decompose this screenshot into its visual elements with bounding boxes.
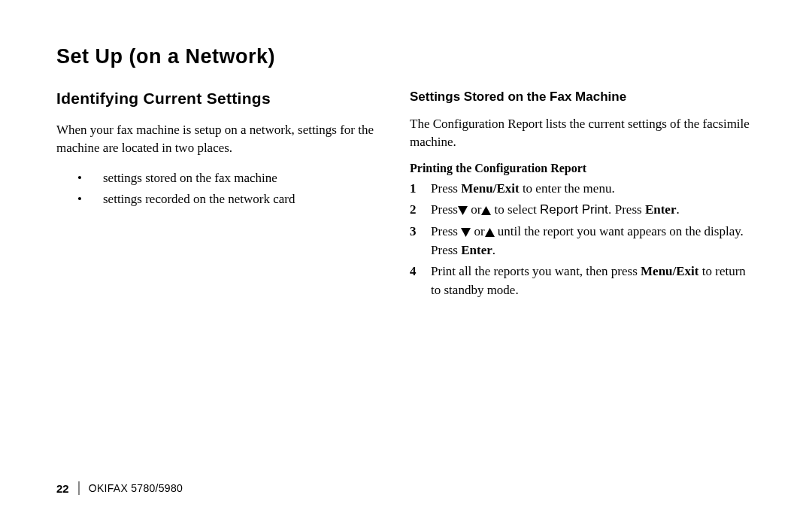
step-text: Press Menu/Exit to enter the menu. [431,180,756,199]
bullet-icon: • [56,189,103,211]
footer-divider [78,481,80,495]
step-item: 2 Press or to select Report Print. Press… [410,201,756,220]
step-text: Press or to select Report Print. Press E… [431,201,756,220]
svg-marker-0 [458,206,468,215]
up-arrow-icon [481,206,491,215]
config-report-description: The Configuration Report lists the curre… [410,115,756,151]
step-item: 1 Press Menu/Exit to enter the menu. [410,180,756,199]
section-heading-identifying: Identifying Current Settings [56,90,398,108]
list-item-text: settings stored on the fax machine [103,168,277,190]
settings-locations-list: • settings stored on the fax machine • s… [56,168,398,211]
svg-marker-3 [485,228,495,237]
list-item: • settings stored on the fax machine [56,168,398,190]
step-text: Print all the reports you want, then pre… [431,262,756,299]
step-text: Press or until the report you want appea… [431,223,756,259]
page-title: Set Up (on a Network) [56,45,756,68]
down-arrow-icon [458,206,468,215]
intro-paragraph: When your fax machine is setup on a netw… [56,121,398,157]
footer-model: OKIFAX 5780/5980 [89,482,183,494]
step-item: 3 Press or until the report you want app… [410,223,756,259]
page-footer: 22 OKIFAX 5780/5980 [56,481,183,495]
step-item: 4 Print all the reports you want, then p… [410,262,756,299]
step-number: 1 [410,180,431,199]
content-columns: Identifying Current Settings When your f… [56,90,756,302]
step-number: 3 [410,223,431,259]
list-item-text: settings recorded on the network card [103,189,295,211]
svg-marker-1 [481,206,491,215]
section-heading-settings-stored: Settings Stored on the Fax Machine [410,90,756,105]
list-item: • settings recorded on the network card [56,189,398,211]
down-arrow-icon [461,228,471,237]
svg-marker-2 [461,228,471,237]
bullet-icon: • [56,168,103,190]
page-number: 22 [56,482,69,495]
up-arrow-icon [485,228,495,237]
subsection-heading-printing: Printing the Configuration Report [410,162,756,175]
step-number: 2 [410,201,431,220]
right-column: Settings Stored on the Fax Machine The C… [410,90,756,302]
printing-steps-list: 1 Press Menu/Exit to enter the menu. 2 P… [410,180,756,300]
left-column: Identifying Current Settings When your f… [56,90,398,302]
step-number: 4 [410,262,431,299]
